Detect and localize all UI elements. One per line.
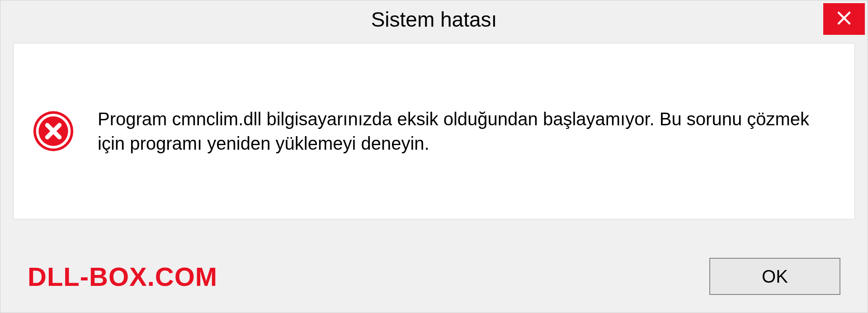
footer-bar: DLL-BOX.COM OK [0,240,868,313]
dialog-title: Sistem hatası [371,7,497,32]
close-icon [836,10,852,28]
content-panel: Program cmnclim.dll bilgisayarınızda eks… [13,43,855,219]
error-message: Program cmnclim.dll bilgisayarınızda eks… [98,107,836,156]
ok-button[interactable]: OK [709,258,840,295]
watermark-text: DLL-BOX.COM [28,261,217,292]
error-dialog-window: Sistem hatası Program cmnclim.dll bilgis… [0,0,868,313]
titlebar: Sistem hatası [0,0,868,38]
error-circle-x-icon [32,109,75,153]
close-button[interactable] [823,3,865,35]
